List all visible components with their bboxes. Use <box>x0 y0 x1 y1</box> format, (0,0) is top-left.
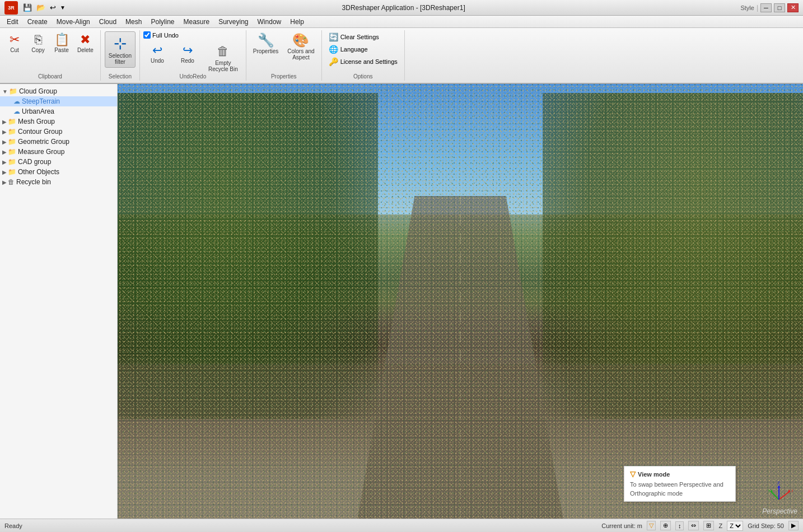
folder-icon-geometric: 📁 <box>8 138 16 146</box>
main-area: ▼ 📁 Cloud Group ☁ SteepTerrain ☁ UrbanAr… <box>0 84 803 519</box>
redo-icon: ↪ <box>183 44 193 57</box>
app-logo: 3R <box>4 1 18 15</box>
folder-icon-cloud: 📁 <box>9 87 17 95</box>
svg-text:Z: Z <box>777 480 780 486</box>
tree-label-urban-area: UrbanArea <box>22 108 54 115</box>
tree-item-other-objects[interactable]: ▶ 📁 Other Objects <box>0 167 117 177</box>
paste-icon: 📋 <box>54 34 69 46</box>
ribbon-clipboard-group: ✂ Cut ⎘ Copy 📋 Paste ✖ Delete Clipboard <box>0 30 101 81</box>
maximize-btn[interactable]: □ <box>774 3 785 12</box>
quick-access-toolbar: 💾 📂 ↩ ▼ <box>21 3 67 12</box>
tree-item-urban-area[interactable]: ☁ UrbanArea <box>0 106 117 116</box>
tree-item-recycle-bin[interactable]: ▶ 🗑 Recycle bin <box>0 177 117 187</box>
redo-label: Redo <box>181 58 194 64</box>
empty-recycle-label: Empty Recycle Bin <box>208 60 238 72</box>
view-mode-button[interactable]: ▽ <box>647 521 656 530</box>
copy-button[interactable]: ⎘ Copy <box>27 31 49 55</box>
cloud-item-icon-urban: ☁ <box>13 108 20 115</box>
quick-undo-btn[interactable]: ↩ <box>48 3 58 12</box>
tree-item-measure-group[interactable]: ▶ 📁 Measure Group <box>0 147 117 157</box>
tree-item-cloud-group[interactable]: ▼ 📁 Cloud Group <box>0 86 117 96</box>
perspective-label: Perspective <box>762 507 797 515</box>
svg-text:X: X <box>791 488 793 493</box>
titlebar: 3R 💾 📂 ↩ ▼ 3DReshaper Application - [3DR… <box>0 0 803 16</box>
license-icon: 🔑 <box>329 57 338 66</box>
folder-icon-measure: 📁 <box>8 148 16 156</box>
tree-item-cad-group[interactable]: ▶ 📁 CAD group <box>0 157 117 167</box>
undo-label: Undo <box>151 58 164 64</box>
properties-group-label: Properties <box>246 73 321 80</box>
language-label: Language <box>340 46 368 53</box>
tree-label-measure-group: Measure Group <box>18 148 64 156</box>
z-select[interactable]: Z <box>727 521 743 531</box>
tree-label-mesh-group: Mesh Group <box>18 118 55 125</box>
delete-label: Delete <box>77 47 94 53</box>
colors-label: Colors and Aspect <box>287 48 314 60</box>
menu-window[interactable]: Window <box>253 16 286 27</box>
svg-line-5 <box>771 491 779 500</box>
undo-button[interactable]: ↩ Undo <box>143 42 171 74</box>
redo-button[interactable]: ↪ Redo <box>174 42 202 74</box>
scene-background: Perspective X Y Z ▽ View mode To swap b <box>118 84 803 519</box>
tree-item-steep-terrain[interactable]: ☁ SteepTerrain <box>0 96 117 106</box>
empty-recycle-bin-button[interactable]: 🗑 Empty Recycle Bin <box>204 42 242 74</box>
status-btn-4[interactable]: ⊞ <box>703 521 714 530</box>
grid-step-adjust[interactable]: ▶ <box>788 521 799 530</box>
copy-icon: ⎘ <box>35 34 42 46</box>
copy-label: Copy <box>31 47 44 53</box>
selection-filter-icon: ⊹ <box>114 34 127 53</box>
menu-surveying[interactable]: Surveying <box>214 16 253 27</box>
tree-label-steep-terrain: SteepTerrain <box>22 97 60 105</box>
cut-label: Cut <box>10 47 19 53</box>
tree-item-mesh-group[interactable]: ▶ 📁 Mesh Group <box>0 116 117 127</box>
status-btn-2[interactable]: ↕ <box>675 521 684 530</box>
language-icon: 🌐 <box>329 45 338 54</box>
minimize-btn[interactable]: ─ <box>760 3 772 12</box>
tree-label-cad-group: CAD group <box>18 158 51 166</box>
status-btn-1[interactable]: ⊕ <box>660 521 671 530</box>
cut-icon: ✂ <box>10 34 20 46</box>
tree-expand-other: ▶ <box>2 169 7 175</box>
tooltip-view-icon: ▽ <box>630 470 636 478</box>
menu-edit[interactable]: Edit <box>2 16 23 27</box>
properties-button[interactable]: 🔧 Properties <box>250 31 282 63</box>
paste-label: Paste <box>54 47 69 53</box>
menu-cloud[interactable]: Cloud <box>95 16 121 27</box>
menu-help[interactable]: Help <box>286 16 309 27</box>
ribbon: ✂ Cut ⎘ Copy 📋 Paste ✖ Delete Clipboard <box>0 28 803 84</box>
3d-viewport[interactable]: Perspective X Y Z ▽ View mode To swap b <box>118 84 803 519</box>
view-mode-tooltip: ▽ View mode To swap between Perspective … <box>624 466 736 502</box>
colors-aspect-button[interactable]: 🎨 Colors and Aspect <box>284 31 318 63</box>
ribbon-selection-group: ⊹ Selection filter Selection <box>101 30 140 81</box>
menu-measure[interactable]: Measure <box>179 16 214 27</box>
menu-polyline[interactable]: Polyline <box>146 16 179 27</box>
selection-filter-label: Selection filter <box>109 53 132 65</box>
paste-button[interactable]: 📋 Paste <box>50 31 73 55</box>
ribbon-undoredo-group: Full Undo ↩ Undo ↪ Redo 🗑 Empty Recycle … <box>140 30 246 81</box>
tree-item-contour-group[interactable]: ▶ 📁 Contour Group <box>0 127 117 137</box>
menu-create[interactable]: Create <box>23 16 52 27</box>
license-settings-button[interactable]: 🔑 License and Settings <box>325 56 401 67</box>
menu-mesh[interactable]: Mesh <box>121 16 146 27</box>
selection-filter-button[interactable]: ⊹ Selection filter <box>105 31 136 68</box>
close-btn[interactable]: ✕ <box>787 3 799 12</box>
tree-label-other-objects: Other Objects <box>18 168 59 176</box>
tree-item-geometric-group[interactable]: ▶ 📁 Geometric Group <box>0 137 117 147</box>
full-undo-checkbox[interactable] <box>143 31 151 39</box>
tooltip-title: ▽ View mode <box>630 470 730 478</box>
clear-settings-button[interactable]: 🔄 Clear Settings <box>325 31 401 43</box>
quick-dropdown-btn[interactable]: ▼ <box>59 3 67 12</box>
quick-open-btn[interactable]: 📂 <box>35 3 47 12</box>
properties-buttons: 🔧 Properties 🎨 Colors and Aspect <box>250 31 318 63</box>
cut-button[interactable]: ✂ Cut <box>3 31 26 55</box>
menu-move-align[interactable]: Move-Align <box>52 16 95 27</box>
status-btn-3[interactable]: ⇔ <box>688 521 699 530</box>
delete-button[interactable]: ✖ Delete <box>74 31 97 55</box>
tree-expand-recycle: ▶ <box>2 179 7 185</box>
clipboard-group-label: Clipboard <box>0 73 100 80</box>
language-button[interactable]: 🌐 Language <box>325 44 401 55</box>
properties-icon: 🔧 <box>258 34 274 47</box>
tree-panel: ▼ 📁 Cloud Group ☁ SteepTerrain ☁ UrbanAr… <box>0 84 118 519</box>
quick-save-btn[interactable]: 💾 <box>21 3 34 12</box>
tree-label-cloud-group: Cloud Group <box>19 87 57 95</box>
